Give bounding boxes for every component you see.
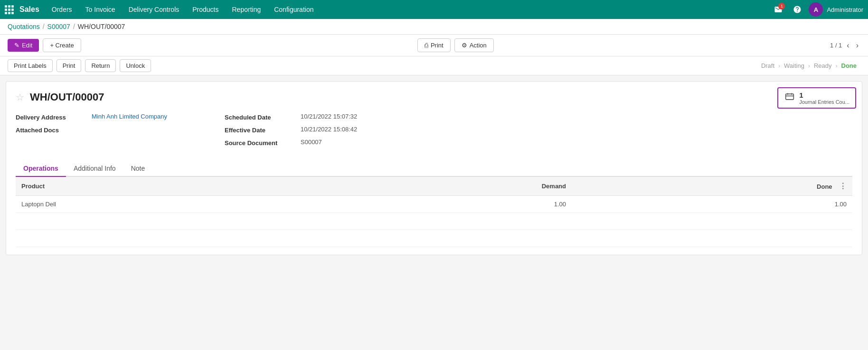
- nav-reporting[interactable]: Reporting: [226, 0, 267, 19]
- effective-date-value: 10/21/2022 15:08:42: [301, 126, 357, 133]
- tabs: Operations Additional Info Note: [16, 161, 852, 177]
- status-bar: Draft › Waiting › Ready › Done: [757, 62, 860, 69]
- action-button[interactable]: ⚙ Action: [454, 38, 494, 52]
- operations-table: Product Demand Done ⋮ Laptopn Dell 1.00 …: [16, 177, 852, 247]
- journal-count: 1: [799, 91, 849, 99]
- top-navigation: Sales Orders To Invoice Delivery Control…: [0, 0, 868, 19]
- fields-left: Delivery Address Minh Anh Limited Compan…: [16, 113, 206, 151]
- svg-rect-0: [786, 94, 794, 100]
- sub-action-bar: Print Labels Print Return Unlock Draft ›…: [0, 56, 868, 75]
- app-brand[interactable]: Sales: [5, 5, 39, 14]
- scheduled-date-value: 10/21/2022 15:07:32: [301, 113, 357, 120]
- journal-label: Journal Entries Cou...: [799, 99, 849, 105]
- brand-label: Sales: [19, 5, 39, 14]
- pagination: 1 / 1 ‹ ›: [830, 40, 860, 51]
- prev-page-button[interactable]: ‹: [845, 40, 851, 51]
- status-draft: Draft: [757, 62, 778, 69]
- tab-additional-info[interactable]: Additional Info: [66, 161, 123, 177]
- record-title: WH/OUT/00007: [30, 91, 104, 103]
- cell-demand: 1.00: [329, 196, 572, 213]
- table-empty-row-2: [16, 230, 852, 247]
- journal-icon: [784, 92, 795, 104]
- action-bar: ✎ Edit + Create ⎙ Print ⚙ Action 1 / 1 ‹…: [0, 35, 868, 56]
- attached-docs-label: Attached Docs: [16, 126, 92, 134]
- source-document-value: S00007: [301, 138, 322, 146]
- cell-product: Laptopn Dell: [16, 196, 329, 213]
- nav-delivery-controls[interactable]: Delivery Controls: [123, 0, 185, 19]
- status-done: Done: [838, 62, 861, 69]
- table-options-icon[interactable]: ⋮: [839, 182, 847, 190]
- breadcrumb-quotations[interactable]: Quotations: [8, 23, 40, 30]
- col-demand: Demand: [329, 177, 572, 196]
- create-button[interactable]: + Create: [43, 38, 81, 52]
- record-card: 1 Journal Entries Cou... ☆ WH/OUT/00007 …: [6, 81, 862, 255]
- delivery-address-row: Delivery Address Minh Anh Limited Compan…: [16, 113, 206, 121]
- content-area: 1 Journal Entries Cou... ☆ WH/OUT/00007 …: [0, 75, 868, 313]
- fields-right: Scheduled Date 10/21/2022 15:07:32 Effec…: [225, 113, 852, 151]
- notification-badge: 1: [778, 3, 785, 9]
- print-labels-button[interactable]: Print Labels: [8, 59, 53, 72]
- print-button[interactable]: ⎙ Print: [417, 38, 451, 52]
- print-button-sub[interactable]: Print: [57, 59, 82, 72]
- nav-orders[interactable]: Orders: [46, 0, 78, 19]
- attached-docs-row: Attached Docs: [16, 126, 206, 134]
- breadcrumb: Quotations / S00007 / WH/OUT/00007: [0, 19, 868, 35]
- col-product: Product: [16, 177, 329, 196]
- nav-configuration[interactable]: Configuration: [268, 0, 319, 19]
- effective-date-row: Effective Date 10/21/2022 15:08:42: [225, 126, 852, 134]
- gear-icon: ⚙: [462, 42, 467, 49]
- breadcrumb-s00007[interactable]: S00007: [47, 23, 70, 30]
- edit-icon: ✎: [14, 42, 19, 49]
- effective-date-label: Effective Date: [225, 126, 301, 134]
- source-document-row: Source Document S00007: [225, 138, 852, 147]
- table-empty-row: [16, 213, 852, 230]
- scheduled-date-label: Scheduled Date: [225, 113, 301, 121]
- unlock-button[interactable]: Unlock: [120, 59, 151, 72]
- scheduled-date-row: Scheduled Date 10/21/2022 15:07:32: [225, 113, 852, 121]
- tab-operations[interactable]: Operations: [16, 161, 66, 177]
- topnav-right: 1 A Administrator: [771, 2, 863, 17]
- nav-products[interactable]: Products: [187, 0, 224, 19]
- notifications-button[interactable]: 1: [771, 2, 786, 17]
- fields-section: Delivery Address Minh Anh Limited Compan…: [16, 113, 852, 151]
- tab-note[interactable]: Note: [123, 161, 153, 177]
- pagination-label: 1 / 1: [830, 42, 842, 49]
- help-button[interactable]: [790, 2, 805, 17]
- next-page-button[interactable]: ›: [854, 40, 860, 51]
- nav-to-invoice[interactable]: To Invoice: [80, 0, 121, 19]
- delivery-address-value[interactable]: Minh Anh Limited Company: [92, 113, 167, 120]
- status-waiting: Waiting: [780, 62, 808, 69]
- print-icon: ⎙: [425, 42, 428, 49]
- return-button[interactable]: Return: [85, 59, 116, 72]
- breadcrumb-current: WH/OUT/00007: [78, 23, 125, 30]
- record-header: ☆ WH/OUT/00007: [16, 91, 852, 103]
- delivery-address-label: Delivery Address: [16, 113, 92, 121]
- admin-label[interactable]: Administrator: [827, 6, 863, 13]
- app-grid-icon: [5, 5, 14, 14]
- edit-button[interactable]: ✎ Edit: [8, 39, 39, 52]
- user-avatar[interactable]: A: [809, 2, 823, 17]
- journal-entries-button[interactable]: 1 Journal Entries Cou...: [777, 87, 856, 109]
- source-document-label: Source Document: [225, 138, 301, 147]
- favorite-star-icon[interactable]: ☆: [16, 92, 24, 103]
- table-row: Laptopn Dell 1.00 1.00: [16, 196, 852, 213]
- cell-done: 1.00: [572, 196, 852, 213]
- col-done: Done ⋮: [572, 177, 852, 196]
- status-ready: Ready: [810, 62, 836, 69]
